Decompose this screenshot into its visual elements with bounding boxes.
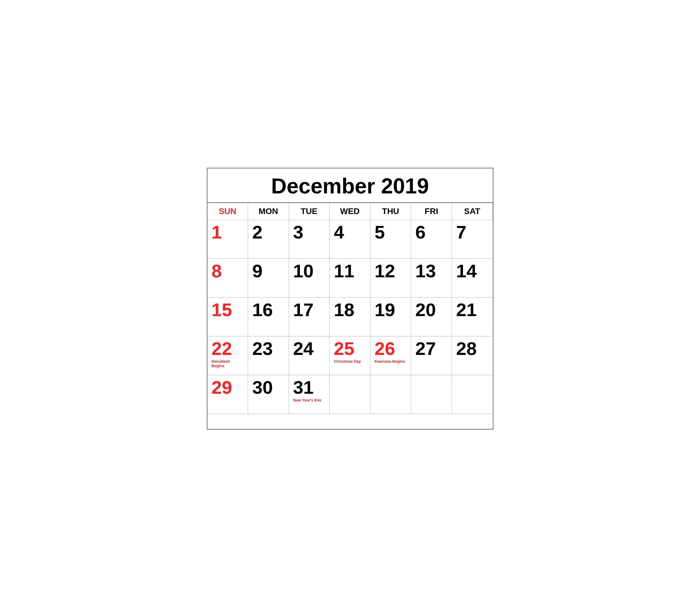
day-cell[interactable]: 13 [411, 259, 452, 298]
day-cell[interactable]: 1 [207, 220, 248, 259]
day-cell[interactable]: 23 [248, 337, 289, 375]
day-cell[interactable]: 10 [289, 259, 330, 298]
day-cell[interactable]: 31New Year's Eve [289, 375, 330, 414]
day-cell[interactable]: 11 [329, 259, 371, 298]
holiday-label: Kwanzaa Begins [375, 359, 407, 364]
day-cell[interactable]: 12 [371, 259, 411, 298]
day-cell[interactable]: 6 [411, 220, 452, 259]
day-header-sun: SUN [207, 203, 248, 220]
day-header-fri: FRI [411, 203, 452, 220]
day-header-thu: THU [371, 203, 411, 220]
day-number: 18 [334, 301, 366, 319]
day-cell[interactable] [329, 375, 371, 414]
day-number: 11 [334, 262, 366, 280]
day-cell[interactable]: 29 [207, 375, 248, 414]
day-number: 23 [252, 340, 284, 358]
day-cell[interactable]: 28 [452, 337, 493, 375]
day-cell[interactable]: 17 [289, 298, 330, 337]
day-cell[interactable] [411, 375, 452, 414]
day-number: 6 [415, 223, 447, 242]
day-number: 7 [456, 223, 489, 242]
bottom-bar [207, 414, 493, 429]
day-cell[interactable]: 30 [248, 375, 289, 414]
day-number: 9 [252, 262, 284, 280]
day-number: 1 [211, 223, 244, 242]
day-cell[interactable]: 26Kwanzaa Begins [371, 337, 411, 375]
day-number: 13 [415, 262, 447, 280]
day-number: 30 [252, 378, 284, 397]
day-number: 29 [211, 378, 244, 397]
day-number: 12 [375, 262, 407, 280]
day-number: 28 [456, 340, 489, 358]
day-number: 27 [415, 340, 447, 358]
day-number: 31 [293, 378, 325, 397]
day-cell[interactable]: 18 [329, 298, 371, 337]
calendar-title: December 2019 [207, 168, 493, 203]
day-cell[interactable]: 24 [289, 337, 330, 375]
day-cell[interactable]: 16 [248, 298, 289, 337]
day-number: 4 [334, 223, 366, 242]
day-number: 10 [293, 262, 325, 280]
day-number: 17 [293, 301, 325, 319]
day-number: 26 [375, 340, 407, 358]
day-number: 15 [211, 301, 244, 319]
day-number: 8 [211, 262, 244, 280]
day-header-wed: WED [329, 203, 371, 220]
calendar-grid: SUNMONTUEWEDTHUFRISAT1234567891011121314… [207, 203, 493, 414]
day-cell[interactable]: 21 [452, 298, 493, 337]
day-cell[interactable]: 4 [329, 220, 371, 259]
day-cell[interactable] [371, 375, 411, 414]
day-cell[interactable]: 15 [207, 298, 248, 337]
day-cell[interactable]: 8 [207, 259, 248, 298]
day-number: 14 [456, 262, 489, 280]
day-number: 25 [334, 340, 366, 358]
holiday-label: New Year's Eve [293, 398, 325, 403]
day-number: 3 [293, 223, 325, 242]
day-cell[interactable]: 5 [371, 220, 411, 259]
day-number: 16 [252, 301, 284, 319]
day-cell[interactable]: 9 [248, 259, 289, 298]
calendar: December 2019 SUNMONTUEWEDTHUFRISAT12345… [207, 168, 494, 429]
day-cell[interactable]: 27 [411, 337, 452, 375]
day-header-tue: TUE [289, 203, 330, 220]
holiday-label: Hanukkah Begins [211, 359, 244, 368]
day-number: 2 [252, 223, 284, 242]
day-cell[interactable]: 20 [411, 298, 452, 337]
day-cell[interactable]: 3 [289, 220, 330, 259]
day-header-sat: SAT [452, 203, 493, 220]
day-cell[interactable]: 7 [452, 220, 493, 259]
day-header-mon: MON [248, 203, 289, 220]
day-number: 20 [415, 301, 447, 319]
day-cell[interactable]: 19 [371, 298, 411, 337]
day-number: 22 [211, 340, 244, 358]
day-cell[interactable]: 25Christmas Day [329, 337, 371, 375]
day-number: 19 [375, 301, 407, 319]
day-cell[interactable]: 14 [452, 259, 493, 298]
day-cell[interactable] [452, 375, 493, 414]
day-cell[interactable]: 22Hanukkah Begins [207, 337, 248, 375]
day-number: 24 [293, 340, 325, 358]
holiday-label: Christmas Day [334, 359, 366, 364]
day-number: 21 [456, 301, 489, 319]
day-cell[interactable]: 2 [248, 220, 289, 259]
day-number: 5 [375, 223, 407, 242]
